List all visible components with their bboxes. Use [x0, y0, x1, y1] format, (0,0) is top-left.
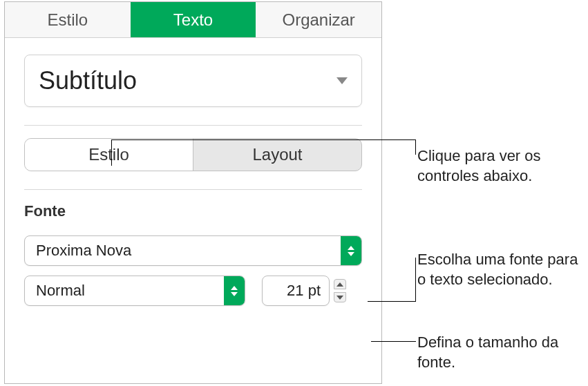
updown-arrows-icon — [224, 276, 245, 305]
font-style-value: Normal — [25, 282, 224, 300]
paragraph-style-label: Subtítulo — [39, 66, 137, 95]
paragraph-style-dropdown[interactable]: Subtítulo — [24, 55, 362, 107]
font-size-stepper — [334, 277, 346, 305]
callout-text: Clique para ver os controles abaixo. — [417, 146, 583, 186]
subtab-segmented-control: Estilo Layout — [24, 138, 362, 171]
font-size-value: 21 pt — [287, 282, 321, 300]
font-style-dropdown[interactable]: Normal — [24, 276, 245, 306]
format-inspector-panel: Estilo Texto Organizar Subtítulo Estilo … — [4, 1, 382, 384]
callout-lead-line — [371, 341, 416, 342]
font-family-dropdown[interactable]: Proxima Nova — [24, 235, 362, 266]
font-size-control: 21 pt — [262, 276, 346, 306]
font-section-label: Fonte — [24, 202, 362, 220]
stepper-down-button[interactable] — [334, 292, 346, 302]
divider — [24, 189, 362, 190]
panel-content: Subtítulo Estilo Layout Fonte Proxima No… — [5, 38, 381, 306]
main-tabs: Estilo Texto Organizar — [5, 2, 381, 38]
triangle-down-icon — [336, 296, 343, 300]
tab-arrange[interactable]: Organizar — [256, 2, 381, 37]
subtab-style[interactable]: Estilo — [25, 139, 193, 171]
stepper-up-button[interactable] — [334, 279, 346, 289]
updown-arrows-icon — [341, 236, 361, 265]
tab-style[interactable]: Estilo — [5, 2, 131, 37]
font-size-field[interactable]: 21 pt — [262, 276, 330, 306]
font-family-value: Proxima Nova — [25, 242, 341, 260]
triangle-up-icon — [336, 282, 343, 287]
callout-text: Defina o tamanho da fonte. — [417, 333, 588, 372]
callout-lead-line — [415, 258, 416, 301]
tab-text[interactable]: Texto — [131, 2, 256, 37]
chevron-down-icon — [336, 77, 348, 84]
subtab-layout[interactable]: Layout — [193, 139, 361, 171]
divider — [24, 125, 362, 126]
callout-text: Escolha uma fonte para o texto seleciona… — [417, 250, 588, 289]
callout-lead-line — [368, 301, 416, 302]
callout-lead-line — [415, 139, 416, 155]
callout-lead-line — [111, 139, 112, 166]
callout-lead-line — [111, 139, 415, 140]
